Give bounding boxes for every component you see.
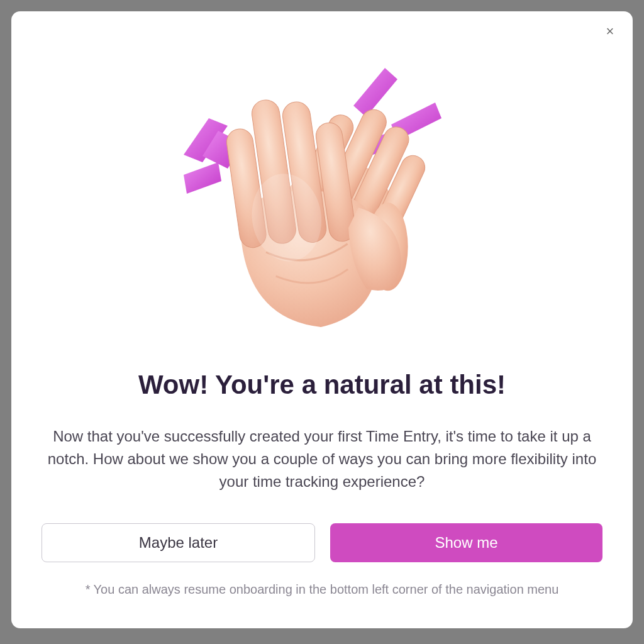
close-button[interactable]: × xyxy=(601,23,619,40)
modal-footnote: * You can always resume onboarding in th… xyxy=(42,582,602,597)
illustration-wrap xyxy=(42,43,602,345)
clapping-hands-icon xyxy=(158,43,486,345)
button-row: Maybe later Show me xyxy=(42,523,602,562)
onboarding-modal: × xyxy=(11,11,633,628)
modal-body-text: Now that you've successfully created you… xyxy=(45,425,599,493)
modal-backdrop: × xyxy=(0,0,644,644)
modal-title: Wow! You're a natural at this! xyxy=(42,370,602,400)
close-icon: × xyxy=(606,25,614,38)
maybe-later-button[interactable]: Maybe later xyxy=(42,523,315,562)
svg-marker-4 xyxy=(184,162,221,194)
show-me-button[interactable]: Show me xyxy=(330,523,602,562)
